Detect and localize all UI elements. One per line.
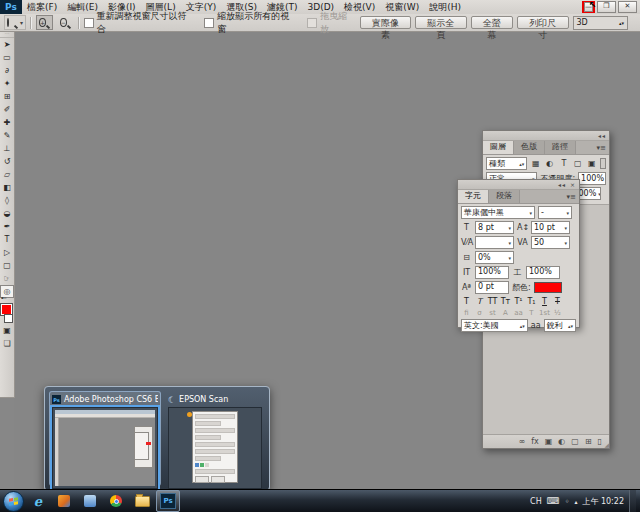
filter-smart-objects-icon[interactable]: ▣	[586, 159, 597, 168]
path-selection-tool[interactable]: ▷	[0, 246, 14, 259]
show-hidden-icons-button[interactable]: ▴	[574, 498, 577, 505]
all-caps-button[interactable]: TT	[487, 296, 498, 307]
collapse-panel-icon[interactable]: ◂◂	[598, 132, 606, 139]
delete-layer-icon[interactable]: ▯	[598, 437, 602, 446]
underline-button[interactable]: T	[539, 296, 550, 307]
subscript-button[interactable]: T₁	[526, 296, 537, 307]
show-desktop-button[interactable]	[629, 490, 636, 512]
horizontal-scale-input[interactable]: 100%	[526, 266, 560, 279]
baseline-shift-input[interactable]: 0 pt	[475, 281, 509, 294]
zoom-in-button[interactable]: +	[36, 15, 53, 30]
antialias-select[interactable]: 銳利 ▴▾	[544, 319, 576, 332]
tracking-select[interactable]: 50 ▾	[531, 236, 570, 249]
default-colors-icon[interactable]: ▪▫	[1, 296, 7, 301]
opacity-select[interactable]: 100% ▾	[578, 172, 606, 185]
history-brush-tool[interactable]: ↺	[0, 155, 14, 168]
menu-item[interactable]: 說明(H)	[424, 0, 466, 14]
gradient-tool[interactable]: ◧	[0, 181, 14, 194]
fill-screen-button[interactable]: 全螢幕	[471, 16, 514, 29]
checkbox-box[interactable]	[204, 18, 214, 28]
lasso-tool[interactable]: ∂	[0, 64, 14, 77]
resize-grip-icon[interactable]: ◢	[604, 442, 609, 448]
brush-tool[interactable]: ✎	[0, 129, 14, 142]
close-button[interactable]: ✕	[618, 1, 637, 13]
preview-item-epson-scan[interactable]: ☾ EPSON Scan	[165, 391, 265, 486]
opentype-button[interactable]: T	[526, 309, 537, 317]
layer-kind-filter[interactable]: 種類 ▴▾	[486, 157, 527, 170]
font-family-select[interactable]: 華康儷中黑 ▾	[461, 206, 535, 219]
menu-item[interactable]: 視窗(W)	[380, 0, 424, 14]
filter-pixel-layers-icon[interactable]: ▦	[530, 159, 541, 168]
tray-mini-icon[interactable]: ◦	[565, 497, 570, 506]
new-layer-icon[interactable]: ⊞	[585, 437, 592, 446]
start-button[interactable]	[3, 491, 24, 512]
opentype-button[interactable]: σ	[474, 309, 485, 317]
tab-channels[interactable]: 色版	[514, 141, 545, 154]
taskbar-chrome[interactable]	[104, 490, 128, 512]
photoshop-thumbnail[interactable]	[52, 407, 158, 489]
taskbar-media-player[interactable]	[52, 490, 76, 512]
language-select[interactable]: 英文:美國 ▴▾	[461, 319, 528, 332]
opentype-button[interactable]: aa	[513, 309, 524, 317]
dodge-tool[interactable]: ◒	[0, 207, 14, 220]
collapse-panel-icon[interactable]: ◂◂	[558, 181, 566, 188]
add-layer-mask-icon[interactable]: ▣	[545, 437, 553, 446]
layer-filter-toggle[interactable]	[600, 158, 606, 169]
background-color-swatch[interactable]	[4, 314, 13, 323]
small-caps-button[interactable]: Tᴛ	[500, 296, 511, 307]
strikethrough-button[interactable]: T	[552, 296, 563, 307]
text-color-swatch[interactable]	[534, 282, 562, 293]
new-adjustment-layer-icon[interactable]: ◐	[558, 437, 565, 446]
actual-pixels-button[interactable]: 實際像素	[360, 16, 411, 29]
opentype-button[interactable]: fi	[461, 309, 472, 317]
screen-mode-button[interactable]: ❏	[0, 337, 14, 350]
hand-tool[interactable]: ☞	[0, 272, 14, 285]
language-indicator[interactable]: CH	[530, 497, 542, 506]
quick-selection-tool[interactable]: ✦	[0, 77, 14, 90]
opentype-button[interactable]: ½	[552, 309, 563, 317]
fit-screen-button[interactable]: 顯示全頁	[415, 16, 466, 29]
opentype-button[interactable]: 1st	[539, 309, 550, 317]
tab-layers[interactable]: 圖層	[483, 141, 514, 154]
menu-item[interactable]: 檔案(F)	[22, 0, 62, 14]
pen-tool[interactable]: ✒	[0, 220, 14, 233]
taskbar-internet-explorer[interactable]: e	[26, 490, 50, 512]
new-group-icon[interactable]: ▢	[571, 437, 579, 446]
move-tool[interactable]: ➤	[0, 38, 14, 51]
vertical-scale-input[interactable]: 100%	[475, 266, 509, 279]
filter-shape-layers-icon[interactable]: ▢	[572, 159, 583, 168]
tab-paragraph[interactable]: 段落	[489, 190, 520, 203]
tool-preset-picker[interactable]: ▾	[4, 15, 26, 30]
kerning-select[interactable]: ▾	[475, 236, 514, 249]
panel-menu-icon[interactable]: ▾≡	[564, 191, 579, 203]
keyboard-icon[interactable]: ⌨	[547, 496, 560, 506]
opentype-button[interactable]: A	[500, 309, 511, 317]
taskbar-photoshop[interactable]: Ps	[156, 490, 180, 512]
scrubby-zoom-checkbox[interactable]: 拖曳縮放	[307, 10, 355, 36]
faux-bold-button[interactable]: T	[461, 296, 472, 307]
layers-panel-titlebar[interactable]: ◂◂	[483, 131, 609, 141]
checkbox-box[interactable]	[84, 18, 94, 28]
close-panel-icon[interactable]: ×	[570, 181, 576, 188]
workspace-selector[interactable]: 3D ▴▾	[573, 16, 628, 30]
font-size-select[interactable]: 8 pt ▾	[475, 221, 514, 234]
faux-italic-button[interactable]: T	[474, 296, 485, 307]
font-style-select[interactable]: - ▾	[538, 206, 572, 219]
clone-stamp-tool[interactable]: ⊥	[0, 142, 14, 155]
minimize-button[interactable]: — ↖	[584, 2, 593, 12]
taskbar-clock[interactable]: 上午 10:22	[582, 496, 624, 507]
marquee-tool[interactable]: ▭	[0, 51, 14, 64]
filter-type-layers-icon[interactable]: T	[558, 159, 569, 168]
tab-character[interactable]: 字元	[458, 190, 489, 203]
proportional-spacing-select[interactable]: 0% ▾	[475, 251, 514, 264]
layer-effects-icon[interactable]: fx	[531, 437, 539, 446]
checkbox-box[interactable]	[307, 18, 317, 28]
link-layers-icon[interactable]: ∞	[519, 437, 526, 446]
shape-tool[interactable]: ▢	[0, 259, 14, 272]
zoom-out-button[interactable]: −	[57, 15, 74, 30]
character-panel-titlebar[interactable]: ◂◂ ×	[458, 180, 579, 190]
crop-tool[interactable]: ⊞	[0, 90, 14, 103]
zoom-all-windows-checkbox[interactable]: 縮放顯示所有的視窗	[204, 10, 297, 36]
epson-scan-thumbnail[interactable]	[168, 407, 262, 489]
quick-mask-button[interactable]: ▣	[0, 324, 14, 337]
